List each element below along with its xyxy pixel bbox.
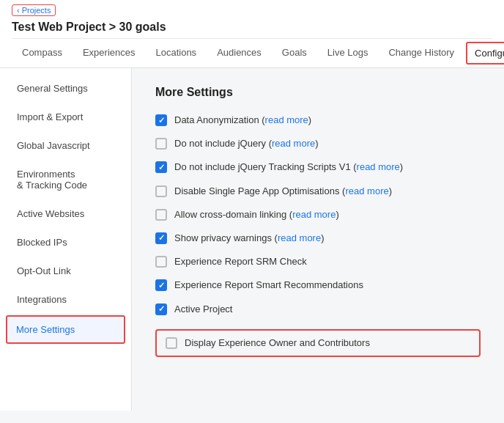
setting-display-experience-owner: Display Experience Owner and Contributor… <box>166 336 470 350</box>
read-more-data-anonymization[interactable]: read more <box>265 114 308 125</box>
setting-experience-srm: Experience Report SRM Check <box>155 255 481 268</box>
sidebar-item-active-websites[interactable]: Active Websites <box>0 199 131 228</box>
checkbox-data-anonymization[interactable] <box>155 114 167 126</box>
sidebar-item-blocked-ips[interactable]: Blocked IPs <box>0 228 131 257</box>
sidebar-item-opt-out-link[interactable]: Opt-Out Link <box>0 257 131 285</box>
nav-item-audiences[interactable]: Audiences <box>207 40 272 67</box>
setting-label-experience-srm: Experience Report SRM Check <box>174 256 307 267</box>
checkbox-privacy-warnings[interactable] <box>155 232 167 244</box>
setting-label-smart-recommendations: Experience Report Smart Recommendations <box>174 279 363 290</box>
setting-privacy-warnings: Show privacy warnings (read more) <box>155 232 481 245</box>
setting-label-data-anonymization: Data Anonymization <box>174 114 259 125</box>
read-more-disable-spa[interactable]: read more <box>345 185 388 196</box>
setting-label-privacy-warnings: Show privacy warnings <box>174 232 272 243</box>
nav-item-compass[interactable]: Compass <box>12 40 73 67</box>
top-bar: ‹ Projects Test Web Project > 30 goals C… <box>0 0 504 68</box>
checkbox-cross-domain[interactable] <box>155 209 167 221</box>
setting-label-no-jquery-tracking: Do not include jQuery Tracking Scripts V… <box>174 161 351 172</box>
settings-list: Data Anonymization (read more) Do not in… <box>155 114 481 357</box>
sidebar-item-import-export[interactable]: Import & Export <box>0 103 131 131</box>
checkbox-active-project[interactable] <box>155 304 167 315</box>
sidebar-item-more-settings[interactable]: More Settings <box>6 315 125 344</box>
nav-item-goals[interactable]: Goals <box>272 40 317 67</box>
app-wrapper: ‹ Projects Test Web Project > 30 goals C… <box>0 0 504 411</box>
projects-back-link[interactable]: ‹ Projects <box>12 4 56 16</box>
section-title: More Settings <box>155 86 481 99</box>
main-nav: Compass Experiences Locations Audiences … <box>12 38 492 67</box>
read-more-no-jquery-tracking[interactable]: read more <box>357 161 400 172</box>
setting-smart-recommendations: Experience Report Smart Recommendations <box>155 279 481 292</box>
projects-back-label: Projects <box>22 6 51 15</box>
setting-no-jquery: Do not include jQuery (read more) <box>155 137 481 150</box>
nav-item-configuration[interactable]: Configuration <box>466 42 504 65</box>
nav-item-locations[interactable]: Locations <box>145 40 207 67</box>
setting-data-anonymization: Data Anonymization (read more) <box>155 114 481 127</box>
setting-label-display-experience-owner: Display Experience Owner and Contributor… <box>185 337 370 348</box>
sidebar: General Settings Import & Export Global … <box>0 68 132 411</box>
nav-item-change-history[interactable]: Change History <box>378 40 464 67</box>
nav-item-experiences[interactable]: Experiences <box>73 40 146 67</box>
checkbox-disable-spa[interactable] <box>155 185 167 197</box>
setting-cross-domain: Allow cross-domain linking (read more) <box>155 208 481 221</box>
chevron-left-icon: ‹ <box>17 6 20 15</box>
page-title: Test Web Project > 30 goals <box>12 18 492 38</box>
setting-label-disable-spa: Disable Single Page App Optimisations <box>174 185 339 196</box>
checkbox-experience-srm[interactable] <box>155 256 167 268</box>
setting-display-experience-owner-container: Display Experience Owner and Contributor… <box>155 329 481 357</box>
setting-label-cross-domain: Allow cross-domain linking <box>174 209 286 220</box>
read-more-no-jquery[interactable]: read more <box>272 138 315 149</box>
setting-no-jquery-tracking: Do not include jQuery Tracking Scripts V… <box>155 161 481 174</box>
sidebar-item-general-settings[interactable]: General Settings <box>0 74 131 103</box>
setting-label-no-jquery: Do not include jQuery <box>174 138 266 149</box>
sidebar-item-integrations[interactable]: Integrations <box>0 285 131 314</box>
main-content: More Settings Data Anonymization (read m… <box>132 68 504 411</box>
content-area: General Settings Import & Export Global … <box>0 68 504 411</box>
checkbox-no-jquery-tracking[interactable] <box>155 161 167 173</box>
read-more-privacy-warnings[interactable]: read more <box>278 232 321 243</box>
setting-disable-spa: Disable Single Page App Optimisations (r… <box>155 185 481 198</box>
setting-label-active-project: Active Project <box>174 304 232 315</box>
breadcrumb: ‹ Projects <box>12 0 492 18</box>
read-more-cross-domain[interactable]: read more <box>292 209 336 220</box>
sidebar-item-global-javascript[interactable]: Global Javascript <box>0 131 131 160</box>
checkbox-no-jquery[interactable] <box>155 138 167 150</box>
sidebar-item-environments-tracking[interactable]: Environments & Tracking Code <box>0 160 131 199</box>
checkbox-smart-recommendations[interactable] <box>155 279 167 291</box>
nav-item-live-logs[interactable]: Live Logs <box>317 40 379 67</box>
checkbox-display-experience-owner[interactable] <box>166 337 177 349</box>
setting-active-project: Active Project <box>155 303 481 316</box>
